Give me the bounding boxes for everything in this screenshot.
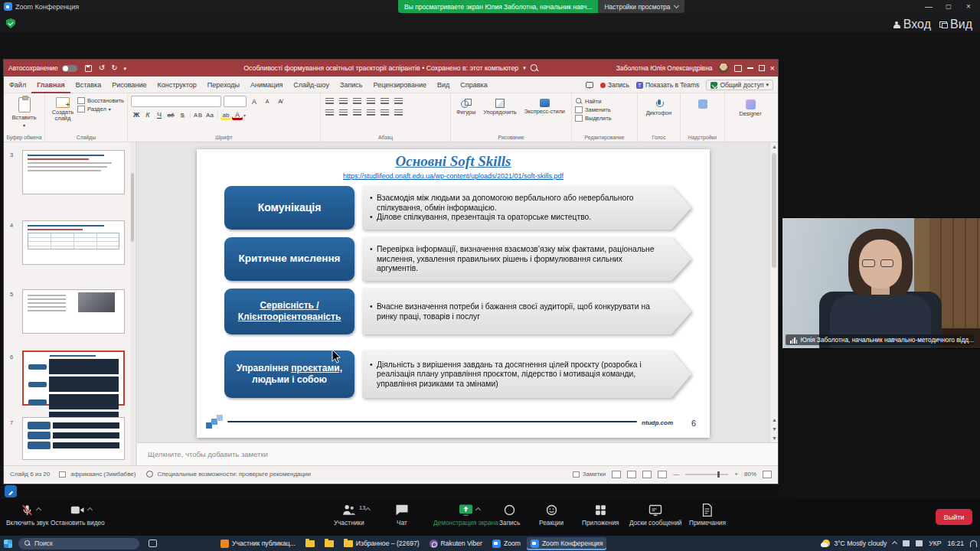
reset-slide-button[interactable]: Восстановить	[77, 97, 124, 104]
arrange-button[interactable]: Упорядочить	[481, 98, 518, 116]
taskbar-app-participant[interactable]: Участник публикац...	[217, 537, 299, 550]
align-center-icon[interactable]	[339, 109, 348, 116]
slide-sorter-view-icon[interactable]	[627, 471, 636, 478]
leave-meeting-button[interactable]: Выйти	[936, 509, 972, 525]
change-case-button[interactable]: Аа	[204, 109, 215, 120]
accessibility-status[interactable]: Специальные возможности: проверьте реком…	[157, 471, 311, 478]
slide-thumbnail-5[interactable]	[22, 289, 125, 334]
taskbar-folder-button[interactable]	[321, 537, 338, 550]
bold-button[interactable]: Ж	[131, 109, 142, 120]
zoom-slider-knob[interactable]	[717, 471, 720, 478]
view-options-button[interactable]: Настройки просмотра	[598, 0, 684, 13]
columns-icon[interactable]	[381, 109, 389, 116]
taskbar-app-favorites[interactable]: Избранное – (22697)	[340, 537, 423, 550]
save-icon[interactable]	[85, 65, 92, 72]
font-color-button[interactable]: А	[232, 109, 243, 120]
scroll-up-icon[interactable]: ▲	[772, 144, 777, 149]
undo-icon[interactable]: ↺	[99, 64, 105, 72]
present-in-teams-button[interactable]: TПоказать в Teams	[636, 81, 699, 89]
new-slide-button[interactable]: Создать слайд	[48, 96, 77, 124]
slide-link[interactable]: https://studlifeod.onaft.edu.ua/wp-conte…	[197, 172, 710, 180]
section-button[interactable]: Раздел▾	[77, 106, 124, 112]
autosave-toggle[interactable]	[62, 65, 77, 72]
video-options-chevron-icon[interactable]	[87, 507, 93, 513]
slide-thumbnail-3[interactable]	[22, 150, 125, 194]
participants-chevron-icon[interactable]	[365, 507, 371, 513]
title-chevron-icon[interactable]: ▾	[523, 65, 526, 71]
share-options-chevron-icon[interactable]	[475, 507, 481, 513]
tab-review[interactable]: Рецензирование	[368, 77, 433, 93]
notifications-icon[interactable]	[970, 540, 977, 547]
close-button[interactable]: ×	[959, 0, 978, 13]
text-direction-icon[interactable]	[381, 98, 389, 105]
bullets-icon[interactable]	[325, 98, 334, 105]
taskbar-app-zoom[interactable]: Zoom	[488, 537, 524, 550]
share-screen-button[interactable]: Демонстрация экрана	[433, 504, 498, 527]
tab-file[interactable]: Файл	[4, 77, 31, 93]
justify-icon[interactable]	[367, 109, 375, 116]
volume-icon[interactable]	[916, 540, 923, 546]
ribbon-display-options-icon[interactable]	[734, 65, 742, 72]
language-indicator[interactable]: УКР	[929, 540, 941, 547]
previous-slide-icon[interactable]: ▲	[772, 417, 777, 422]
language-status[interactable]: африкаанс (Зимбабве)	[70, 471, 136, 478]
clock[interactable]: 16:21	[947, 540, 964, 547]
font-size-input[interactable]	[224, 96, 247, 107]
notes-pane[interactable]: Щелкните, чтобы добавить заметки	[137, 442, 778, 465]
tab-insert[interactable]: Вставка	[70, 77, 106, 93]
share-button[interactable]: Общий доступ▾	[706, 80, 773, 90]
ppt-restore-icon[interactable]	[759, 65, 765, 71]
tab-transitions[interactable]: Переходы	[202, 77, 245, 93]
search-icon[interactable]	[531, 64, 538, 72]
taskbar-app-zoom-meeting[interactable]: Zoom Конференция	[527, 537, 606, 550]
indent-decrease-icon[interactable]	[353, 98, 361, 105]
maximize-button[interactable]: ▢	[939, 0, 959, 13]
network-icon[interactable]	[903, 540, 910, 546]
strikethrough-button[interactable]: аб	[165, 109, 176, 120]
redo-icon[interactable]: ↻	[111, 64, 117, 72]
slideshow-view-icon[interactable]	[658, 471, 667, 478]
reading-view-icon[interactable]	[642, 471, 652, 478]
task-view-icon[interactable]	[149, 540, 157, 547]
slide-thumbnail-4[interactable]	[22, 220, 125, 265]
tab-view[interactable]: Вид	[432, 77, 455, 93]
character-spacing-button[interactable]: АВ	[193, 109, 204, 120]
indent-increase-icon[interactable]	[367, 98, 375, 105]
numbering-icon[interactable]	[339, 98, 348, 105]
record-button[interactable]: Запись	[600, 81, 629, 89]
tab-design[interactable]: Конструктор	[152, 77, 202, 93]
tab-animations[interactable]: Анимация	[245, 77, 288, 93]
shapes-button[interactable]: Фигуры	[454, 98, 478, 116]
unmute-button[interactable]: Включить звук	[6, 504, 48, 527]
ppt-close-icon[interactable]: ×	[770, 64, 775, 73]
tab-help[interactable]: Справка	[455, 77, 492, 93]
align-left-icon[interactable]	[325, 109, 334, 116]
quick-access-chevron-icon[interactable]: ▾	[124, 66, 127, 71]
scrollbar-thumb[interactable]	[772, 153, 776, 268]
user-avatar[interactable]	[718, 63, 729, 73]
quick-styles-button[interactable]: Экспресс-стили	[522, 98, 567, 116]
zoom-slider[interactable]	[685, 474, 728, 475]
highlight-color-button[interactable]: ab	[220, 109, 231, 120]
zoom-in-icon[interactable]: +	[734, 471, 738, 478]
taskbar-app-viber[interactable]: Rakuten Viber	[426, 537, 486, 550]
align-right-icon[interactable]	[353, 109, 361, 116]
normal-view-icon[interactable]	[612, 471, 621, 478]
clear-formatting-button[interactable]: А̸	[275, 96, 286, 107]
line-spacing-icon[interactable]	[394, 98, 403, 105]
slide-thumbnail-7[interactable]	[22, 417, 125, 460]
smartart-icon[interactable]	[394, 109, 403, 116]
start-button-icon[interactable]	[4, 540, 12, 548]
mic-options-chevron-icon[interactable]	[36, 507, 41, 513]
view-mode-button[interactable]: Вид	[939, 18, 972, 31]
next-slide-icon[interactable]: ▼	[772, 426, 777, 432]
scroll-down-icon[interactable]: ▼	[772, 435, 777, 441]
apps-button[interactable]: Приложения	[582, 504, 619, 527]
designer-button[interactable]: Designer	[728, 99, 773, 118]
slide-thumbnail-6-selected[interactable]	[22, 350, 125, 406]
addins-button[interactable]	[684, 99, 721, 109]
taskbar-search[interactable]: Поиск	[18, 538, 139, 549]
spellcheck-icon[interactable]	[59, 471, 66, 478]
stop-video-button[interactable]: Остановить видео	[51, 504, 105, 527]
login-button[interactable]: Вход	[893, 18, 931, 31]
